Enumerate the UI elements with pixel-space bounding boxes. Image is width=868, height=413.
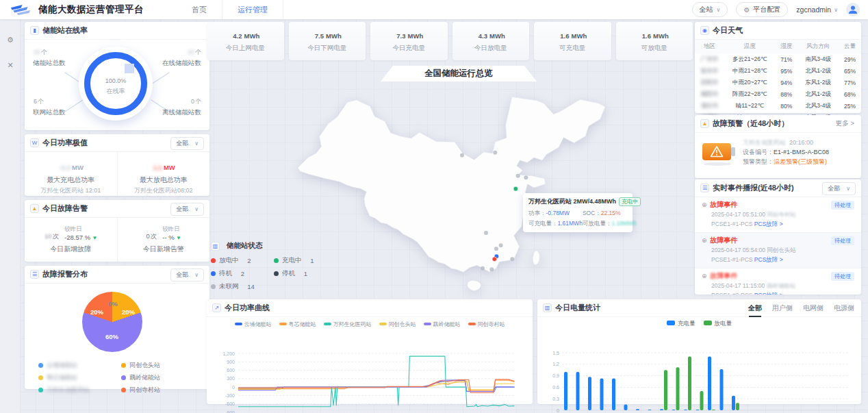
- event-item[interactable]: ⊕故障事件待处理 2025-04-17 11:15:00 藕岭储能站 PCSE1…: [695, 268, 861, 295]
- event-link[interactable]: PCS故障 >: [754, 221, 783, 227]
- tab-grid-side[interactable]: 电网侧: [803, 299, 824, 317]
- filter-dropdown[interactable]: 全部∨: [170, 137, 204, 150]
- pie-label: 0%: [108, 300, 118, 308]
- panel-title: 今日功率曲线: [225, 303, 270, 313]
- svg-text:1.2: 1.2: [552, 362, 559, 366]
- weather-row: 揭阳市阵雨22~28℃88%北风1-2级68%: [695, 88, 861, 100]
- bar-chart-icon: ▥: [543, 303, 552, 312]
- panel-title: 储能站在线率: [42, 25, 88, 36]
- svg-text:1,200: 1,200: [222, 351, 235, 356]
- chevron-down-icon: ∨: [834, 7, 838, 13]
- main-nav: 首页 运行管理: [177, 0, 283, 19]
- weather-row: 邵阳市中雨20~27℃94%东风1-2级77%: [695, 77, 861, 88]
- svg-text:1.5: 1.5: [552, 351, 559, 355]
- stat-connected-stations: 6个 联网站总数: [33, 93, 66, 117]
- side-rail: ⚙ ✕: [0, 19, 21, 413]
- filter-dropdown[interactable]: 全部∨: [170, 268, 204, 281]
- svg-text:0.6: 0.6: [552, 385, 559, 390]
- panel-title: 今日故障告警: [42, 203, 88, 214]
- event-marker-icon: ⊕: [702, 273, 707, 279]
- pie-label: 60%: [105, 333, 118, 340]
- warning-icon: ▲: [30, 204, 39, 213]
- bar-legend[interactable]: 充电量 放电量: [537, 320, 861, 328]
- power-extremes-panel: W 今日功率极值 全部∨ -0.3MW 最大充电总功率 万邦生化医药站 12:0…: [25, 134, 209, 196]
- svg-text:0: 0: [557, 408, 559, 413]
- panel-title: 故障报警分布: [42, 269, 88, 279]
- stat-online-stations: 20个 在线储能站数: [162, 44, 201, 68]
- site-selector[interactable]: 全站 ∨: [692, 2, 728, 17]
- avatar[interactable]: [846, 3, 860, 16]
- kpi-card: 1.6MWh可充电量: [534, 22, 611, 60]
- kpi-card: 4.3MWh今日放电量: [452, 22, 530, 60]
- energy-bar-chart[interactable]: 00.30.60.91.21.500:0002:0004:0006:0008:0…: [543, 347, 854, 413]
- nav-operations[interactable]: 运行管理: [222, 0, 283, 19]
- charging-station-dot: [513, 186, 518, 191]
- events-panel: ☰ 实时事件播报(近48小时) 全部∨ ⊕故障事件待处理 2025-04-17 …: [695, 179, 861, 295]
- china-map: [294, 89, 623, 295]
- pending-badge[interactable]: 待处理: [831, 236, 854, 245]
- filter-dropdown[interactable]: 全部∨: [822, 182, 856, 195]
- discharging-station-dot: [492, 257, 497, 262]
- panel-title: 今日功率极值: [42, 138, 88, 148]
- svg-text:-600: -600: [225, 401, 235, 406]
- online-rate-panel: ▮ 储能站在线率 20个 储能站总数 20个 在线储能站数 6个 联网站总数 0…: [25, 22, 209, 130]
- kpi-card: 1.6MWh可放电量: [616, 22, 693, 60]
- line-legend[interactable]: 云埔储能站 粤芯储能站 万邦生化医药站 同创仓头站 藕岭储能站 同创寺村站: [207, 321, 533, 328]
- kpi-card: 7.3MWh今日充电量: [370, 22, 448, 60]
- dashboard: 储能大数据运营管理平台 首页 运行管理 全站 ∨ ⚙ 平台配置 zgcnadmi…: [0, 0, 868, 413]
- close-icon[interactable]: ✕: [0, 61, 21, 70]
- map-banner-title: 全国储能运行总览: [381, 66, 537, 82]
- gauge-notch: [125, 64, 134, 73]
- weather-row: 潍坊市晴11~22℃80%北风3-4级25%: [695, 100, 861, 112]
- event-link[interactable]: PCS故障 >: [754, 292, 783, 295]
- event-marker-icon: ⊕: [702, 201, 707, 208]
- status-icon: ▥: [211, 242, 220, 251]
- svg-text:-300: -300: [225, 393, 235, 398]
- online-rate-gauge: 100.0% 在线率: [79, 47, 153, 121]
- platform-config-button[interactable]: ⚙ 平台配置: [736, 2, 788, 17]
- weather-panel: ◉ 今日天气 地区温度湿度风力方向云量 广州市多云21~26℃71%南风3-4级…: [695, 22, 861, 113]
- battery-warning-icon: [702, 139, 737, 166]
- kpi-card: 7.5MWh今日下网电量: [289, 22, 366, 60]
- app-title: 储能大数据运营管理平台: [38, 3, 144, 16]
- warning-icon: ▲: [700, 119, 709, 128]
- stat-offline-stations: 0个 离线储能站数: [162, 93, 201, 117]
- chevron-down-icon: ∨: [194, 272, 199, 278]
- event-item[interactable]: ⊕故障事件待处理 2025-04-17 05:54:00 同创仓头站 PCSE1…: [695, 232, 861, 268]
- energy-stats-panel: ▥ 今日电量统计 全部 用户侧 电网侧 电源侧 充电量 放电量 00.30.60…: [537, 299, 861, 404]
- weather-table: 地区温度湿度风力方向云量 广州市多云21~26℃71%南风3-4级29% 韶关市…: [695, 40, 861, 123]
- tab-source-side[interactable]: 电源侧: [834, 299, 854, 317]
- more-link[interactable]: 更多 >: [836, 119, 854, 128]
- tab-all[interactable]: 全部: [748, 299, 762, 317]
- filter-dropdown[interactable]: 全部∨: [170, 203, 204, 216]
- tab-user-side[interactable]: 用户侧: [772, 299, 793, 317]
- svg-text:0.9: 0.9: [552, 373, 559, 378]
- svg-text:900: 900: [227, 360, 235, 364]
- nav-home[interactable]: 首页: [177, 0, 222, 19]
- pie-label: 20%: [122, 308, 135, 316]
- pie-label: 20%: [90, 308, 103, 316]
- event-item[interactable]: ⊕故障事件待处理 2025-04-17 05:51:00 同创寺村站 PCSE1…: [695, 197, 861, 232]
- weather-row: 韶关市中雨21~28℃95%北风1-2级65%: [695, 65, 861, 77]
- fault-distribution-panel: ☰ 故障报警分布 全部∨ 20% 0% 20% 60% 云埔储能站 粤芯储能站 …: [25, 266, 209, 389]
- svg-text:0.3: 0.3: [552, 397, 559, 401]
- user-menu[interactable]: zgcnadmin ∨: [796, 5, 838, 14]
- station-status-legend: ▥储能站状态 放电中 2 充电中 1 待机 2 停机 1 未联网 14: [211, 241, 331, 291]
- power-curve-panel: ↗ 今日功率曲线 云埔储能站 粤芯储能站 万邦生化医药站 同创仓头站 藕岭储能站…: [207, 299, 533, 404]
- gear-icon[interactable]: ⚙: [0, 36, 21, 45]
- panel-title: 实时事件播报(近48小时): [713, 183, 794, 193]
- down-arrow-icon: ▼: [92, 235, 98, 241]
- pending-badge[interactable]: 待处理: [831, 201, 854, 210]
- max-discharge-power: 1.1MW 最大放电总功率 万邦生化医药站08:02: [117, 152, 210, 196]
- power-curve-chart[interactable]: 1,2009006003000-300-600-90000:0002:0004:…: [212, 349, 522, 413]
- event-marker-icon: ⊕: [702, 237, 707, 244]
- svg-text:600: 600: [227, 368, 235, 373]
- kpi-cards: 4.2MWh今日上网电量 7.5MWh今日下网电量 7.3MWh今日充电量 4.…: [207, 22, 693, 60]
- pending-badge[interactable]: 待处理: [831, 272, 854, 281]
- panel-title: 今日电量统计: [555, 303, 600, 313]
- svg-text:0: 0: [232, 385, 235, 390]
- watt-icon: W: [30, 138, 39, 147]
- energy-tabs: 全部 用户侧 电网侧 电源侧: [748, 299, 854, 317]
- chevron-down-icon: ∨: [846, 186, 850, 192]
- event-link[interactable]: PCS故障 >: [754, 256, 783, 263]
